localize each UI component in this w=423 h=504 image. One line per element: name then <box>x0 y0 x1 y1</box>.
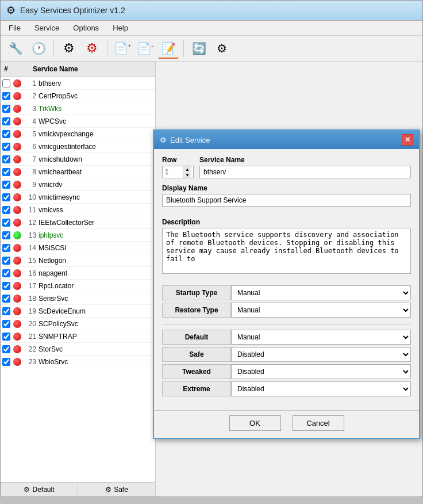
default-preset-row: Default Manual Automatic Disabled <box>162 330 411 345</box>
table-row[interactable]: 3 TrkWks <box>1 102 155 115</box>
table-row[interactable]: 10 vmictimesync <box>1 191 155 204</box>
service-checkbox[interactable] <box>2 105 10 113</box>
service-checkbox[interactable] <box>2 92 10 100</box>
service-num: 17 <box>22 282 39 290</box>
menu-service[interactable]: Service <box>31 22 63 33</box>
table-row[interactable]: 7 vmicshutdown <box>1 153 155 166</box>
gear-button[interactable]: ⚙ <box>212 38 232 59</box>
tweaked-preset-select[interactable]: Disabled Manual Automatic <box>231 364 411 379</box>
settings-icon: ⚙ <box>63 41 75 56</box>
menu-file[interactable]: File <box>5 22 24 33</box>
service-num: 2 <box>22 92 39 100</box>
service-checkbox[interactable] <box>2 307 10 315</box>
table-row[interactable]: 4 WPCSvc <box>1 115 155 128</box>
service-checkbox[interactable] <box>2 231 10 239</box>
description-textarea[interactable]: The Bluetooth service supports discovery… <box>162 228 411 274</box>
row-num-input-wrap: ▲ ▼ <box>162 166 194 178</box>
default-button[interactable]: ⚙ Default <box>1 483 78 497</box>
service-checkbox[interactable] <box>2 282 10 290</box>
table-row[interactable]: 1 bthserv <box>1 77 155 90</box>
table-row[interactable]: 22 StorSvc <box>1 343 155 356</box>
menu-help[interactable]: Help <box>109 22 132 33</box>
service-checkbox[interactable] <box>2 155 10 163</box>
table-row[interactable]: 12 IEEtwCollectorSer <box>1 216 155 229</box>
menu-options[interactable]: Options <box>70 22 102 33</box>
default-preset-select[interactable]: Manual Automatic Disabled <box>231 330 411 345</box>
table-row[interactable]: 5 vmickvpexchange <box>1 128 155 140</box>
dialog-close-button[interactable]: ✕ <box>402 134 413 146</box>
cancel-button[interactable]: Cancel <box>293 415 344 431</box>
service-num: 12 <box>22 219 39 227</box>
service-checkbox[interactable] <box>2 257 10 265</box>
display-name-field: Display Name <box>162 184 411 212</box>
refresh-button[interactable]: 🔄 <box>189 38 209 59</box>
service-checkbox[interactable] <box>2 168 10 176</box>
service-checkbox[interactable] <box>2 219 10 227</box>
toolbar-sep-2 <box>107 40 107 57</box>
table-row[interactable]: 20 SCPolicySvc <box>1 318 155 330</box>
service-checkbox[interactable] <box>2 358 10 366</box>
table-row[interactable]: 16 napagent <box>1 267 155 280</box>
row-number-input[interactable] <box>163 166 183 178</box>
service-num: 14 <box>22 244 39 252</box>
service-num: 21 <box>22 333 39 341</box>
table-row[interactable]: 11 vmicvss <box>1 204 155 216</box>
service-name: MSiSCSI <box>39 244 155 252</box>
service-checkbox[interactable] <box>2 295 10 303</box>
table-row[interactable]: 9 vmicrdv <box>1 178 155 191</box>
service-checkbox[interactable] <box>2 130 10 138</box>
doc-edit-button[interactable]: 📝 <box>158 38 179 59</box>
table-row[interactable]: 19 ScDeviceEnum <box>1 305 155 318</box>
service-name-input[interactable] <box>199 166 411 178</box>
status-dot <box>13 181 21 189</box>
restore-type-select[interactable]: Manual Automatic Disabled Automatic (Del… <box>231 303 411 318</box>
service-num: 10 <box>22 193 39 201</box>
service-checkbox[interactable] <box>2 244 10 252</box>
table-row[interactable]: 21 SNMPTRAP <box>1 330 155 343</box>
service-checkbox[interactable] <box>2 193 10 201</box>
service-name: ScDeviceEnum <box>39 307 155 315</box>
service-checkbox[interactable] <box>2 345 10 353</box>
ok-button[interactable]: OK <box>229 415 281 431</box>
service-checkbox[interactable] <box>2 79 10 87</box>
service-checkbox[interactable] <box>2 206 10 214</box>
service-checkbox[interactable] <box>2 181 10 189</box>
col-header-name: Service Name <box>29 64 155 74</box>
preset-rows: Default Manual Automatic Disabled Safe D… <box>162 330 411 396</box>
doc-remove-button[interactable]: 📄− <box>135 38 156 59</box>
service-checkbox[interactable] <box>2 143 10 151</box>
startup-type-select[interactable]: Manual Automatic Disabled Automatic (Del… <box>231 285 411 300</box>
table-row[interactable]: 6 vmicguestinterface <box>1 140 155 153</box>
table-row[interactable]: 14 MSiSCSI <box>1 242 155 254</box>
doc-add-button[interactable]: 📄+ <box>112 38 133 59</box>
settings-button[interactable]: ⚙ <box>59 38 79 59</box>
safe-preset-select[interactable]: Disabled Manual Automatic <box>231 347 411 362</box>
settings-red-button[interactable]: ⚙ <box>82 38 102 59</box>
safe-label: Safe <box>114 486 128 494</box>
dialog-body: Row ▲ ▼ Service Name <box>154 149 419 410</box>
num-down-button[interactable]: ▼ <box>183 172 191 178</box>
status-dot <box>13 244 21 252</box>
wizard-button[interactable]: 🔧 <box>5 38 26 59</box>
service-checkbox[interactable] <box>2 269 10 277</box>
table-row[interactable]: 13 iphlpsvc <box>1 229 155 242</box>
num-up-button[interactable]: ▲ <box>183 166 191 172</box>
table-row[interactable]: 2 CertPropSvc <box>1 90 155 102</box>
service-name: SensrSvc <box>39 295 155 303</box>
service-name: napagent <box>39 269 155 277</box>
table-row[interactable]: 8 vmicheartbeat <box>1 166 155 178</box>
service-checkbox[interactable] <box>2 320 10 328</box>
extreme-preset-select[interactable]: Disabled Manual Automatic <box>231 381 411 396</box>
display-name-input[interactable] <box>162 194 411 207</box>
services-list[interactable]: 1 bthserv 2 CertPropSvc 3 TrkWks <box>1 77 155 482</box>
table-row[interactable]: 15 Netlogon <box>1 254 155 267</box>
service-checkbox[interactable] <box>2 117 10 125</box>
restore-type-label: Restore Type <box>162 303 231 318</box>
table-row[interactable]: 18 SensrSvc <box>1 292 155 305</box>
service-checkbox[interactable] <box>2 333 10 341</box>
clock-button[interactable]: 🕐 <box>28 38 49 59</box>
safe-button[interactable]: ⚙ Safe <box>78 483 155 497</box>
table-row[interactable]: 23 WbioSrvc <box>1 356 155 368</box>
table-row[interactable]: 17 RpcLocator <box>1 280 155 292</box>
main-area: # Service Name 1 bthserv 2 CertPropSvc <box>1 62 422 497</box>
